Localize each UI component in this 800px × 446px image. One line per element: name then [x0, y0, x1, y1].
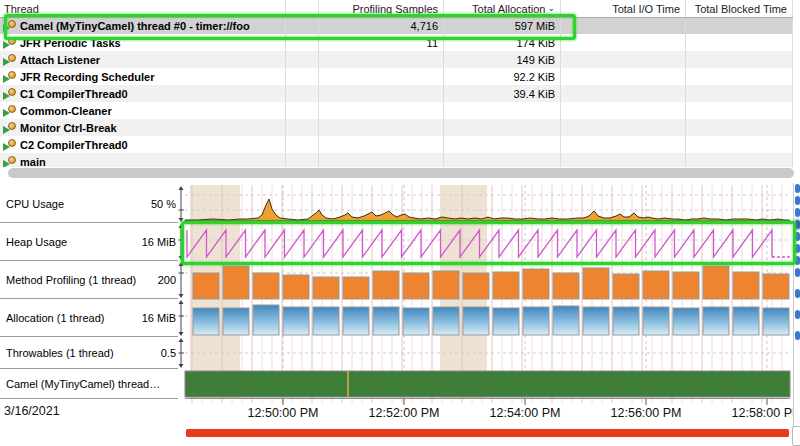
column-gap — [286, 0, 319, 17]
total-io-value — [561, 17, 686, 34]
thread-icon — [3, 105, 17, 117]
side-panel-icon[interactable] — [795, 244, 800, 253]
lane-label-row[interactable]: Throwables (1 thread)0.5 — [0, 337, 178, 369]
sort-desc-icon: ⌄ — [547, 3, 555, 13]
thread-row[interactable]: JFR Recording Scheduler92.2 KiB — [0, 68, 793, 85]
thread-name: main — [20, 156, 46, 168]
thread-row[interactable]: Monitor Ctrl-Break — [0, 119, 793, 136]
gap-cell — [286, 34, 319, 51]
lane-label-row[interactable]: Camel (MyTinyCamel) thread… — [0, 369, 178, 399]
total-blocked-value — [686, 51, 793, 68]
lane-label-row[interactable]: Allocation (1 thread)16 MiB — [0, 299, 178, 337]
right-panel-edge — [793, 183, 800, 446]
lane-label-row[interactable]: CPU Usage50 % — [0, 185, 178, 223]
svg-text:12:50:00 PM: 12:50:00 PM — [248, 406, 319, 420]
thread-name-cell: JFR Periodic Tasks — [0, 34, 286, 51]
timeline-lane-labels: CPU Usage50 %Heap Usage16 MiBMethod Prof… — [0, 185, 178, 399]
total-io-value — [561, 68, 686, 85]
thread-icon — [3, 156, 17, 168]
column-header-total-io-time[interactable]: Total I/O Time — [561, 0, 686, 17]
total-blocked-value — [686, 68, 793, 85]
timeline-chart[interactable]: 12:50:00 PM12:52:00 PM12:54:00 PM12:56:0… — [178, 185, 793, 446]
lane-axis-max: 16 MiB — [140, 236, 176, 248]
side-panel-icon[interactable] — [795, 256, 800, 265]
lane-label: CPU Usage — [6, 198, 64, 210]
thread-row[interactable]: C1 CompilerThread039.4 KiB — [0, 85, 793, 102]
total-allocation-value — [444, 119, 561, 136]
total-allocation-value — [444, 153, 561, 167]
thread-row[interactable]: main — [0, 153, 793, 167]
lane-axis-max: 16 MiB — [140, 312, 176, 324]
gap-cell — [286, 119, 319, 136]
total-blocked-value — [686, 119, 793, 136]
lane-axis-max: 50 % — [149, 198, 176, 210]
gap-cell — [286, 51, 319, 68]
profiling-samples-value — [319, 51, 444, 68]
total-blocked-value — [686, 153, 793, 167]
thread-row[interactable]: Camel (MyTinyCamel) thread #0 - timer://… — [0, 17, 793, 34]
thread-name: Monitor Ctrl-Break — [20, 122, 117, 134]
profiling-samples-value — [319, 119, 444, 136]
total-io-value — [561, 85, 686, 102]
thread-name-cell: JFR Recording Scheduler — [0, 68, 286, 85]
thread-name: Attach Listener — [20, 54, 100, 66]
total-io-value — [561, 153, 686, 167]
side-panel-icon[interactable] — [795, 232, 800, 241]
side-panel-icon[interactable] — [795, 220, 800, 229]
thread-icon — [3, 139, 17, 151]
side-panel-icon[interactable] — [795, 208, 800, 217]
thread-icon — [3, 54, 17, 66]
svg-text:12:56:00 PM: 12:56:00 PM — [611, 406, 682, 420]
total-allocation-value: 92.2 KiB — [444, 68, 561, 85]
total-allocation-value: 39.4 KiB — [444, 85, 561, 102]
total-io-value — [561, 51, 686, 68]
total-allocation-value — [444, 136, 561, 153]
profiling-samples-value — [319, 85, 444, 102]
side-panel-icon[interactable] — [795, 268, 800, 277]
total-allocation-value: 597 MiB — [444, 17, 561, 34]
thread-name: JFR Periodic Tasks — [20, 37, 121, 49]
side-panel-icon[interactable] — [795, 310, 800, 319]
gap-cell — [286, 136, 319, 153]
total-allocation-value: 149 KiB — [444, 51, 561, 68]
thread-row[interactable]: C2 CompilerThread0 — [0, 136, 793, 153]
thread-name: C1 CompilerThread0 — [20, 88, 128, 100]
thread-name: JFR Recording Scheduler — [20, 71, 154, 83]
column-header-total-blocked-time[interactable]: Total Blocked Time — [686, 0, 793, 17]
profiling-samples-value — [319, 68, 444, 85]
side-panel-icon[interactable] — [795, 196, 800, 205]
column-header-total-allocation[interactable]: Total Allocation⌄ — [444, 0, 561, 17]
total-blocked-value — [686, 17, 793, 34]
gap-cell — [286, 153, 319, 167]
thread-row[interactable]: JFR Periodic Tasks11174 KiB — [0, 34, 793, 51]
profiling-samples-value — [319, 153, 444, 167]
total-blocked-value — [686, 34, 793, 51]
thread-table-header: Thread Profiling Samples Total Allocatio… — [0, 0, 793, 18]
thread-name-cell: C1 CompilerThread0 — [0, 85, 286, 102]
thread-name-cell: Camel (MyTinyCamel) thread #0 - timer://… — [0, 17, 286, 34]
table-horizontal-scrollbar[interactable] — [8, 168, 794, 178]
lane-label: Method Profiling (1 thread) — [6, 274, 136, 286]
thread-name-cell: Common-Cleaner — [0, 102, 286, 119]
thread-icon — [3, 122, 17, 134]
side-panel-icon[interactable] — [795, 289, 800, 298]
total-io-value — [561, 34, 686, 51]
lane-label: Heap Usage — [6, 236, 67, 248]
lane-label-row[interactable]: Heap Usage16 MiB — [0, 223, 178, 261]
thread-row[interactable]: Attach Listener149 KiB — [0, 51, 793, 68]
thread-icon — [3, 37, 17, 49]
column-header-thread[interactable]: Thread — [0, 0, 286, 17]
lane-axis-max: 0.5 — [159, 347, 176, 359]
thread-table-body: Camel (MyTinyCamel) thread #0 - timer://… — [0, 17, 793, 167]
thread-row[interactable]: Common-Cleaner — [0, 102, 793, 119]
column-header-profiling-samples[interactable]: Profiling Samples — [319, 0, 444, 17]
total-blocked-value — [686, 102, 793, 119]
scrollbar-corner — [792, 426, 800, 446]
profiler-window: Thread Profiling Samples Total Allocatio… — [0, 0, 800, 446]
side-panel-icon[interactable] — [795, 331, 800, 340]
lane-axis-max: 200 — [156, 274, 176, 286]
side-panel-icon[interactable] — [795, 184, 800, 193]
thread-name-cell: Attach Listener — [0, 51, 286, 68]
total-blocked-value — [686, 85, 793, 102]
lane-label-row[interactable]: Method Profiling (1 thread)200 — [0, 261, 178, 299]
